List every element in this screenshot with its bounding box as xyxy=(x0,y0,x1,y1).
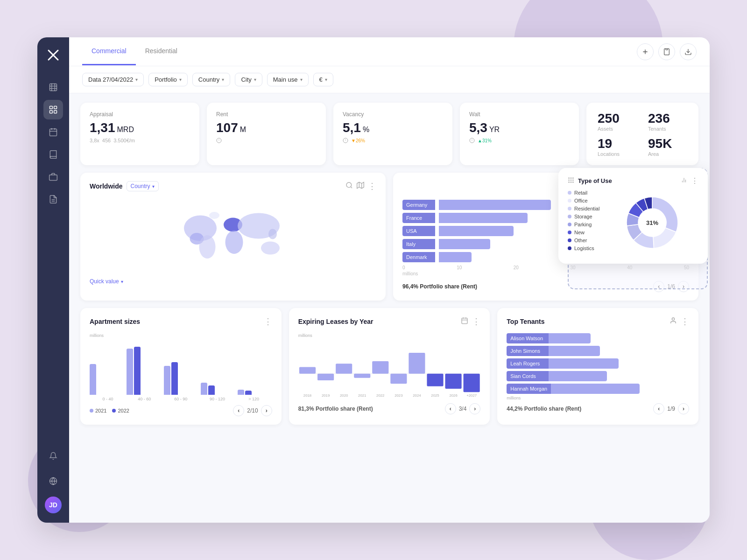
sidebar-item-grid[interactable] xyxy=(43,100,63,119)
svg-rect-69 xyxy=(445,374,461,389)
sidebar-item-globe[interactable] xyxy=(43,471,63,491)
sidebar-item-building[interactable] xyxy=(43,77,63,97)
svg-point-36 xyxy=(209,212,219,219)
svg-rect-57 xyxy=(336,364,352,373)
svg-rect-51 xyxy=(462,318,467,324)
lease-prev-btn[interactable]: ‹ xyxy=(445,403,456,414)
app-container: JD Commercial Residential xyxy=(37,37,710,523)
avatar[interactable]: JD xyxy=(45,497,62,513)
svg-point-42 xyxy=(571,179,572,181)
person-icon[interactable] xyxy=(669,317,677,326)
tab-group: Commercial Residential xyxy=(82,38,187,65)
svg-point-45 xyxy=(571,182,572,183)
svg-text:2024: 2024 xyxy=(413,393,421,398)
legend: RetailOfficeResidentialStorageParkingNew… xyxy=(568,190,599,251)
svg-point-40 xyxy=(572,177,574,179)
svg-text:2023: 2023 xyxy=(395,393,402,398)
svg-text:+2027: +2027 xyxy=(466,393,477,398)
apt-bar-group xyxy=(238,390,272,395)
sidebar-item-bell[interactable] xyxy=(43,446,63,466)
tenant-bar-row: Alison Watson xyxy=(507,333,689,343)
more-icon[interactable]: ⋮ xyxy=(368,181,376,191)
more-icon[interactable]: ⋮ xyxy=(691,176,698,185)
svg-line-25 xyxy=(351,187,352,188)
filter-date[interactable]: Data 27/04/2022 ▾ xyxy=(82,73,144,86)
svg-rect-3 xyxy=(50,111,53,113)
svg-point-39 xyxy=(571,177,572,179)
sidebar-item-briefcase[interactable] xyxy=(43,167,63,187)
svg-rect-0 xyxy=(50,84,57,91)
tenant-next-btn[interactable]: › xyxy=(678,403,689,414)
svg-text:2021: 2021 xyxy=(358,393,366,398)
chevron-down-icon: ▾ xyxy=(222,77,224,82)
svg-rect-2 xyxy=(54,106,57,109)
sidebar-item-calendar[interactable] xyxy=(43,122,63,142)
download-button[interactable] xyxy=(680,43,697,60)
sidebar-item-book[interactable] xyxy=(43,145,63,164)
svg-point-41 xyxy=(568,179,570,181)
more-icon[interactable]: ⋮ xyxy=(472,316,480,327)
filter-portfolio[interactable]: Portfolio ▾ xyxy=(148,73,188,86)
logo[interactable] xyxy=(45,47,62,63)
calendar-icon[interactable] xyxy=(461,317,468,326)
search-icon[interactable] xyxy=(345,182,353,191)
add-button[interactable] xyxy=(637,43,654,60)
map-icon[interactable] xyxy=(357,182,364,191)
svg-point-37 xyxy=(268,229,277,239)
type-of-use-card: Type of Use ⋮ RetailOfficeResidentialS xyxy=(558,168,708,264)
sidebar-bottom: JD xyxy=(43,446,63,513)
tenant-prev-btn[interactable]: ‹ xyxy=(653,403,664,414)
svg-text:2018: 2018 xyxy=(303,393,311,398)
quick-value-btn[interactable]: Quick value ▾ xyxy=(90,278,123,285)
svg-text:2025: 2025 xyxy=(431,393,439,398)
bar-chart-icon[interactable] xyxy=(681,177,687,185)
svg-rect-13 xyxy=(666,49,668,50)
stat-grid: 250 Assets 236 Tenants 19 Locations 95K … xyxy=(586,103,698,165)
svg-rect-61 xyxy=(372,361,388,374)
header: Commercial Residential xyxy=(69,37,710,66)
svg-text:2019: 2019 xyxy=(322,393,330,398)
stat-vacancy: Vacancy 5,1 % ▼26% xyxy=(333,103,452,165)
apt-next-btn[interactable]: › xyxy=(261,405,272,416)
tab-commercial[interactable]: Commercial xyxy=(82,38,136,65)
apt-prev-btn[interactable]: ‹ xyxy=(233,405,244,416)
svg-rect-4 xyxy=(54,111,57,113)
svg-point-38 xyxy=(568,177,570,179)
svg-rect-1 xyxy=(50,106,53,109)
filter-city[interactable]: City ▾ xyxy=(235,73,262,86)
apt-sizes-card: Apartment sizes ⋮ millions 0 - 4040 - 60… xyxy=(80,308,282,425)
svg-rect-59 xyxy=(354,374,370,378)
svg-point-46 xyxy=(572,182,574,183)
sidebar: JD xyxy=(37,37,69,523)
svg-point-35 xyxy=(261,242,280,255)
svg-rect-6 xyxy=(49,175,57,181)
lease-next-btn[interactable]: › xyxy=(469,403,480,414)
worldwide-card: Worldwide Country ▾ xyxy=(80,173,386,301)
expiring-leases-card: Expiring Leases by Year ⋮ millions 20182… xyxy=(289,308,490,425)
chevron-down-icon: ▾ xyxy=(179,77,182,82)
sidebar-nav xyxy=(43,77,63,446)
apt-bar-chart xyxy=(90,339,272,395)
filter-main-use[interactable]: Main use ▾ xyxy=(267,73,309,86)
chevron-down-icon: ▾ xyxy=(254,77,256,82)
apt-bar-group xyxy=(201,383,235,395)
apt-bar-group xyxy=(90,364,124,395)
svg-text:2020: 2020 xyxy=(340,393,348,398)
country-filter-btn[interactable]: Country ▾ xyxy=(127,181,159,191)
tab-residential[interactable]: Residential xyxy=(136,38,187,65)
apt-bar-group xyxy=(164,362,198,395)
filter-currency[interactable]: € ▾ xyxy=(313,73,333,86)
filter-country[interactable]: Country ▾ xyxy=(192,73,231,86)
tenant-bars: Alison Watson John Simons Leah Rogers Si… xyxy=(507,333,689,394)
tenant-bar-row: John Simons xyxy=(507,346,689,356)
more-icon[interactable]: ⋮ xyxy=(264,316,272,327)
svg-rect-67 xyxy=(427,374,443,386)
sidebar-item-doc[interactable] xyxy=(43,189,63,209)
svg-point-43 xyxy=(572,179,574,181)
svg-rect-63 xyxy=(390,374,407,384)
more-icon[interactable]: ⋮ xyxy=(681,316,689,327)
clipboard-button[interactable] xyxy=(658,43,675,60)
chevron-down-icon: ▾ xyxy=(135,77,138,82)
svg-point-80 xyxy=(672,318,674,320)
svg-point-31 xyxy=(199,235,216,259)
